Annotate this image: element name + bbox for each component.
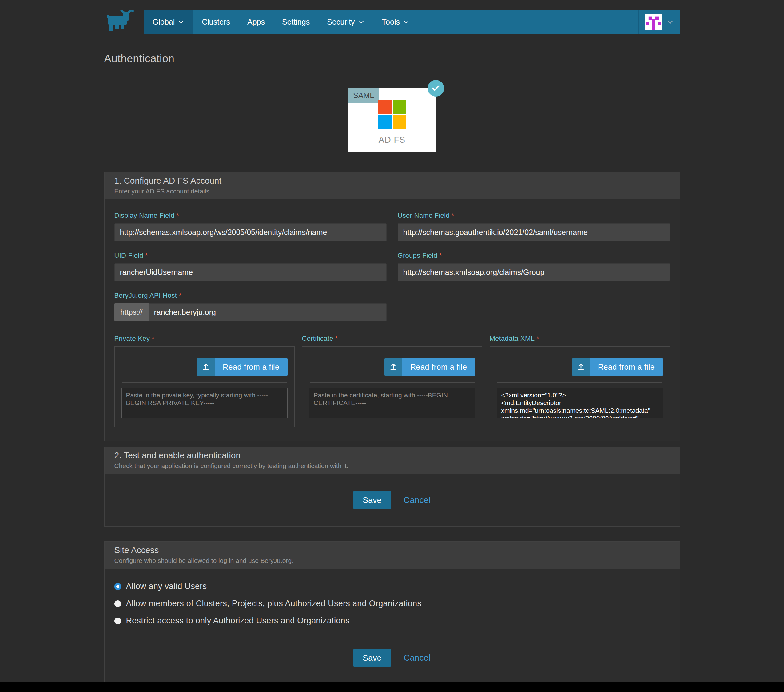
display-name-field-label: Display Name Field [114, 212, 175, 219]
selected-check-icon [428, 80, 444, 97]
section2-title: 2. Test and enable authentication [114, 451, 670, 460]
upload-icon [384, 358, 402, 376]
metadata-xml-textarea[interactable]: <?xml version="1.0"?> <md:EntityDescript… [497, 388, 663, 418]
api-host-input[interactable] [149, 303, 387, 321]
required-marker: * [179, 292, 181, 299]
required-marker: * [536, 334, 539, 342]
user-name-field-input[interactable] [398, 223, 670, 241]
required-marker: * [152, 334, 155, 342]
required-marker: * [145, 252, 148, 259]
radio-option-restrict[interactable]: Restrict access to only Authorized Users… [114, 616, 670, 626]
title-divider [104, 74, 680, 74]
auth-provider-card-adfs[interactable]: SAML AD FS [348, 88, 436, 152]
radio-dot-0[interactable] [114, 583, 121, 590]
file-box-divider [497, 382, 662, 383]
radio-dot-2[interactable] [114, 618, 121, 624]
footer: v2.5.5 English Download CLI [0, 682, 784, 692]
section1-subtitle: Enter your AD FS account details [114, 188, 670, 195]
display-name-field-input[interactable] [114, 223, 387, 241]
read-file-button-label: Read from a file [215, 358, 287, 376]
section-configure-account: 1. Configure AD FS Account Enter your AD… [104, 172, 680, 442]
nav-item-label: Apps [247, 18, 265, 26]
chevron-down-icon [178, 19, 184, 26]
required-marker: * [439, 252, 442, 259]
radio-label: Allow any valid Users [126, 582, 207, 591]
chevron-down-icon [403, 19, 410, 26]
groups-field-label: Groups Field [398, 252, 438, 259]
top-bar: Global Clusters Apps Settings Security T… [0, 0, 784, 34]
site-access-subtitle: Configure who should be allowed to log i… [114, 557, 670, 564]
certificate-box: Read from a file [302, 346, 482, 427]
nav-item-tools[interactable]: Tools [373, 10, 418, 34]
file-box-divider [122, 382, 287, 383]
file-box-divider [310, 382, 474, 383]
provider-name: AD FS [348, 135, 436, 145]
site-access-title: Site Access [114, 545, 670, 555]
main-content: Authentication SAML AD FS [0, 34, 784, 682]
nav-item-settings[interactable]: Settings [273, 10, 318, 34]
radio-option-allow-members[interactable]: Allow members of Clusters, Projects, plu… [114, 599, 670, 608]
section-site-access: Site Access Configure who should be allo… [104, 541, 680, 682]
nav-item-apps[interactable]: Apps [239, 10, 273, 34]
saml-badge: SAML [348, 88, 379, 103]
groups-field-input[interactable] [398, 263, 670, 281]
nav-item-label: Global [153, 18, 175, 26]
metadata-xml-label: Metadata XML [490, 334, 535, 342]
nav-item-clusters[interactable]: Clusters [193, 10, 239, 34]
api-host-label: BeryJu.org API Host [114, 292, 177, 299]
radio-option-allow-any[interactable]: Allow any valid Users [114, 582, 670, 591]
upload-icon [197, 358, 215, 376]
section1-header: 1. Configure AD FS Account Enter your AD… [105, 172, 680, 199]
section1-title: 1. Configure AD FS Account [114, 176, 670, 186]
uid-field-label: UID Field [114, 252, 143, 259]
section-test-authentication: 2. Test and enable authentication Check … [104, 447, 680, 527]
upload-icon [572, 358, 590, 376]
certificate-read-file-button[interactable]: Read from a file [384, 358, 475, 376]
private-key-textarea[interactable] [122, 388, 288, 418]
site-access-header: Site Access Configure who should be allo… [105, 542, 680, 568]
private-key-read-file-button[interactable]: Read from a file [197, 358, 287, 376]
metadata-xml-box: Read from a file <?xml version="1.0"?> <… [490, 346, 670, 427]
nav-item-label: Settings [282, 18, 310, 26]
main-navbar: Global Clusters Apps Settings Security T… [144, 10, 680, 34]
nav-item-label: Tools [382, 18, 400, 26]
section2-header: 2. Test and enable authentication Check … [105, 447, 680, 474]
save-button[interactable]: Save [353, 491, 390, 509]
uid-field-input[interactable] [114, 263, 387, 281]
private-key-label: Private Key [114, 334, 150, 342]
https-prefix-addon: https:// [114, 303, 149, 321]
radio-label: Restrict access to only Authorized Users… [126, 616, 350, 626]
site-access-cancel-link[interactable]: Cancel [404, 653, 431, 663]
rancher-logo[interactable] [106, 8, 140, 31]
cancel-link[interactable]: Cancel [404, 496, 431, 505]
required-marker: * [451, 212, 454, 219]
private-key-box: Read from a file [114, 346, 295, 427]
radio-label: Allow members of Clusters, Projects, plu… [126, 599, 422, 608]
required-marker: * [335, 334, 338, 342]
site-access-save-button[interactable]: Save [353, 649, 390, 667]
page-title: Authentication [104, 34, 680, 64]
nav-item-security[interactable]: Security [318, 10, 373, 34]
user-menu[interactable] [638, 10, 680, 34]
radio-dot-1[interactable] [114, 600, 121, 607]
chevron-down-icon [666, 18, 674, 26]
nav-item-label: Security [327, 18, 355, 26]
metadata-xml-read-file-button[interactable]: Read from a file [572, 358, 662, 376]
chevron-down-icon [358, 19, 365, 26]
certificate-label: Certificate [302, 334, 333, 342]
read-file-button-label: Read from a file [590, 358, 662, 376]
microsoft-logo-icon [378, 100, 406, 129]
required-marker: * [176, 212, 179, 219]
section2-subtitle: Check that your application is configure… [114, 462, 670, 470]
page: Global Clusters Apps Settings Security T… [0, 0, 784, 692]
nav-item-global[interactable]: Global [144, 10, 193, 34]
avatar [645, 14, 662, 30]
certificate-textarea[interactable] [309, 388, 475, 418]
nav-item-label: Clusters [202, 18, 230, 26]
user-name-field-label: User Name Field [398, 212, 450, 219]
navbar-separator [638, 10, 639, 34]
read-file-button-label: Read from a file [402, 358, 475, 376]
